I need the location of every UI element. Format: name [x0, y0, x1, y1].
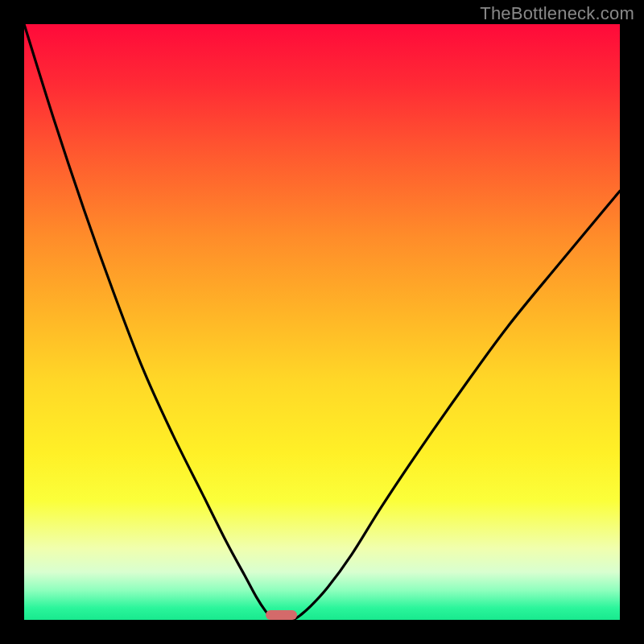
- plot-area: [24, 24, 620, 620]
- curve-right-branch: [292, 191, 620, 620]
- curve-left-branch: [24, 24, 275, 620]
- optimum-marker: [266, 610, 296, 620]
- bottleneck-curve: [24, 24, 620, 620]
- watermark-text: TheBottleneck.com: [480, 3, 634, 24]
